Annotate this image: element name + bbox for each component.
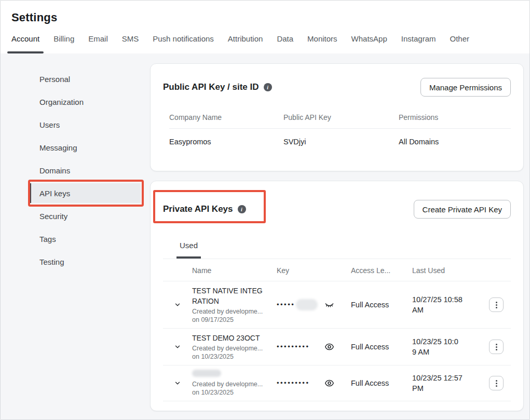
access-level-value: Full Access [351, 301, 412, 309]
eye-open-icon[interactable] [324, 378, 334, 388]
tab-account[interactable]: Account [11, 34, 39, 44]
key-name-cell: TEST DEMO 23OCT Created by developme... … [192, 333, 266, 361]
tab-sms[interactable]: SMS [122, 34, 139, 44]
sidebar-item-security[interactable]: Security [30, 205, 141, 227]
main-panel: Public API Key / site ID Manage Permissi… [150, 53, 524, 419]
tab-instagram[interactable]: Instagram [401, 34, 436, 44]
public-table-header: Company Name Public API Key Permissions [169, 108, 511, 129]
private-key-row: Created by developme... on 10/23/2025 ••… [163, 365, 511, 401]
company-name-value: Easypromos [169, 138, 283, 146]
key-name: TEST DEMO 23OCT [192, 333, 266, 343]
sidebar-item-tags[interactable]: Tags [30, 227, 141, 250]
manage-permissions-button[interactable]: Manage Permissions [420, 78, 511, 97]
access-level-value: Full Access [351, 343, 412, 351]
key-created-by: Created by developme... [192, 307, 266, 316]
page-title: Settings [11, 10, 529, 25]
private-api-keys-card-header: Private API Keys Create Private API Key [163, 200, 511, 219]
page-header: Settings Account Billing Email SMS Push … [1, 1, 529, 53]
row-actions [489, 376, 504, 390]
private-key-row: TEST DEMO 23OCT Created by developme... … [163, 329, 511, 365]
settings-content: Personal Organization Users Messaging Do… [1, 53, 529, 419]
settings-tabs: Account Billing Email SMS Push notificat… [11, 34, 529, 53]
permissions-value: All Domains [399, 138, 511, 146]
sidebar-item-api-keys-label: API keys [39, 189, 70, 198]
kebab-menu-button[interactable] [489, 376, 504, 390]
tab-data[interactable]: Data [277, 34, 293, 44]
tab-used[interactable]: Used [176, 237, 201, 259]
key-created-by: Created by developme... [192, 344, 266, 353]
public-api-key-title-text: Public API Key / site ID [163, 82, 259, 92]
last-used-value: 10/23/25 12:57 PM [412, 373, 464, 394]
masked-key: ••••••••• [277, 380, 309, 387]
public-api-key-value: SVDjyi [283, 138, 399, 146]
tab-push-notifications[interactable]: Push notifications [153, 34, 214, 44]
last-used-value: 10/27/25 10:58 AM [412, 294, 464, 315]
public-table-row: Easypromos SVDjyi All Domains [169, 129, 511, 155]
last-used-value: 10/23/25 10:0 9 AM [412, 336, 464, 357]
private-api-keys-card: Private API Keys Create Private API Key … [150, 181, 524, 411]
tab-other[interactable]: Other [450, 34, 470, 44]
key-created-by: Created by developme... [192, 380, 266, 388]
tab-whatsapp[interactable]: WhatsApp [351, 34, 387, 44]
public-api-key-card-header: Public API Key / site ID Manage Permissi… [163, 78, 511, 97]
public-api-key-table: Company Name Public API Key Permissions … [163, 108, 511, 155]
column-permissions: Permissions [399, 113, 511, 121]
settings-page: Settings Account Billing Email SMS Push … [0, 0, 530, 420]
sidebar-item-organization[interactable]: Organization [30, 90, 141, 113]
private-keys-tab-bar: Used [163, 237, 511, 259]
column-public-api-key: Public API Key [283, 113, 399, 121]
blurred-key-segment [296, 299, 318, 310]
column-key: Key [277, 266, 351, 275]
masked-key: ••••••••• [277, 343, 309, 350]
tab-attribution[interactable]: Attribution [228, 34, 263, 44]
eye-open-icon[interactable] [324, 342, 334, 352]
access-level-value: Full Access [351, 379, 412, 387]
key-value-cell: ••••••••• [277, 370, 351, 397]
blurred-key-name [192, 370, 221, 377]
private-api-keys-card-title: Private API Keys [163, 204, 246, 214]
create-private-api-key-button[interactable]: Create Private API Key [414, 200, 511, 219]
key-name-cell: TEST NATIVE INTEGRATION Created by devel… [192, 286, 266, 324]
column-name: Name [192, 266, 277, 275]
chevron-down-icon[interactable] [174, 380, 181, 387]
key-name: TEST NATIVE INTEGRATION [192, 286, 266, 306]
column-company-name: Company Name [169, 113, 283, 121]
row-actions [489, 340, 504, 354]
public-api-key-card: Public API Key / site ID Manage Permissi… [150, 63, 524, 171]
private-keys-table: Name Key Access Le... Last Used TEST NAT… [163, 259, 511, 401]
key-created-on: on 09/17/2025 [192, 316, 266, 324]
key-name-cell: Created by developme... on 10/23/2025 [192, 370, 266, 397]
chevron-down-icon[interactable] [174, 301, 181, 308]
key-created-on: on 10/23/2025 [192, 353, 266, 361]
sidebar-item-api-keys[interactable]: API keys [30, 183, 141, 203]
sidebar-item-domains[interactable]: Domains [30, 159, 141, 182]
info-icon[interactable] [264, 83, 272, 91]
row-actions [489, 297, 504, 312]
sidebar-item-users[interactable]: Users [30, 113, 141, 136]
sidebar: Personal Organization Users Messaging Do… [1, 53, 150, 419]
tab-monitors[interactable]: Monitors [307, 34, 337, 44]
private-api-keys-title-text: Private API Keys [163, 204, 233, 214]
eye-closed-icon[interactable] [324, 300, 334, 310]
column-last-used: Last Used [412, 266, 489, 275]
kebab-menu-button[interactable] [489, 297, 504, 312]
tab-billing[interactable]: Billing [53, 34, 74, 44]
tab-email[interactable]: Email [88, 34, 108, 44]
key-value-cell: ••••••••• [277, 333, 351, 361]
kebab-menu-button[interactable] [489, 340, 504, 354]
info-icon[interactable] [238, 205, 246, 213]
key-value-cell: ••••• [277, 286, 351, 324]
column-access-level: Access Le... [351, 266, 412, 275]
public-api-key-card-title: Public API Key / site ID [163, 82, 272, 92]
chevron-down-icon[interactable] [174, 343, 181, 350]
key-created-on: on 10/23/2025 [192, 388, 266, 397]
private-table-header: Name Key Access Le... Last Used [163, 259, 511, 281]
sidebar-item-testing[interactable]: Testing [30, 250, 141, 273]
sidebar-item-messaging[interactable]: Messaging [30, 136, 141, 159]
private-key-row: TEST NATIVE INTEGRATION Created by devel… [163, 281, 511, 329]
masked-key: ••••• [277, 301, 295, 308]
sidebar-item-personal[interactable]: Personal [30, 67, 141, 90]
